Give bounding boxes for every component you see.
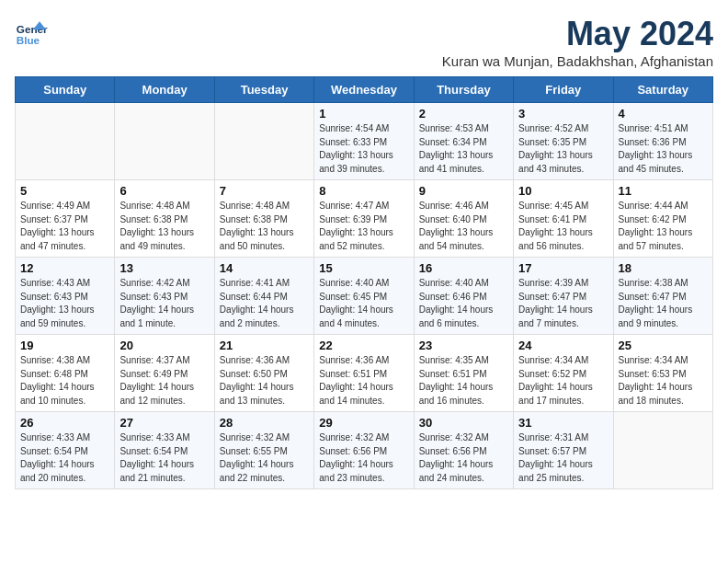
day-info: Sunrise: 4:41 AM Sunset: 6:44 PM Dayligh… [220,277,309,330]
day-info: Sunrise: 4:53 AM Sunset: 6:34 PM Dayligh… [419,122,508,176]
day-number: 18 [619,261,708,275]
day-number: 10 [518,184,608,198]
calendar-cell: 16Sunrise: 4:40 AM Sunset: 6:46 PM Dayli… [414,258,513,335]
calendar-cell: 21Sunrise: 4:36 AM Sunset: 6:50 PM Dayli… [214,335,313,412]
day-number: 15 [319,261,408,275]
day-number: 30 [419,416,508,430]
day-number: 31 [518,416,608,430]
calendar-cell: 4Sunrise: 4:51 AM Sunset: 6:36 PM Daylig… [613,103,712,180]
day-info: Sunrise: 4:48 AM Sunset: 6:38 PM Dayligh… [220,200,309,253]
day-number: 9 [419,184,508,198]
day-info: Sunrise: 4:48 AM Sunset: 6:38 PM Dayligh… [119,200,209,253]
calendar-cell: 5Sunrise: 4:49 AM Sunset: 6:37 PM Daylig… [16,180,115,258]
day-info: Sunrise: 4:43 AM Sunset: 6:43 PM Dayligh… [20,277,109,330]
day-number: 13 [119,261,209,275]
day-number: 16 [419,261,508,275]
day-info: Sunrise: 4:31 AM Sunset: 6:57 PM Dayligh… [518,431,608,485]
day-number: 22 [319,339,408,352]
calendar-cell: 22Sunrise: 4:36 AM Sunset: 6:51 PM Dayli… [314,335,414,412]
calendar-cell [613,412,712,489]
calendar-week-2: 5Sunrise: 4:49 AM Sunset: 6:37 PM Daylig… [16,180,713,258]
day-info: Sunrise: 4:32 AM Sunset: 6:56 PM Dayligh… [419,431,508,485]
calendar-cell: 27Sunrise: 4:33 AM Sunset: 6:54 PM Dayli… [115,412,214,489]
calendar-cell: 12Sunrise: 4:43 AM Sunset: 6:43 PM Dayli… [16,258,115,335]
day-number: 12 [20,261,109,275]
day-number: 19 [20,339,109,352]
day-number: 14 [220,261,309,275]
weekday-header-row: SundayMondayTuesdayWednesdayThursdayFrid… [16,77,713,103]
calendar-cell: 19Sunrise: 4:38 AM Sunset: 6:48 PM Dayli… [16,335,115,412]
calendar-cell: 25Sunrise: 4:34 AM Sunset: 6:53 PM Dayli… [613,335,712,412]
day-info: Sunrise: 4:38 AM Sunset: 6:47 PM Dayligh… [619,277,708,330]
calendar-cell: 2Sunrise: 4:53 AM Sunset: 6:34 PM Daylig… [414,103,513,180]
calendar-week-3: 12Sunrise: 4:43 AM Sunset: 6:43 PM Dayli… [16,258,713,335]
page-header: General Blue May 2024 Kuran wa Munjan, B… [15,15,713,69]
svg-text:Blue: Blue [17,34,40,46]
weekday-header-wednesday: Wednesday [314,77,414,103]
day-info: Sunrise: 4:49 AM Sunset: 6:37 PM Dayligh… [20,200,109,253]
day-info: Sunrise: 4:38 AM Sunset: 6:48 PM Dayligh… [20,354,109,408]
day-info: Sunrise: 4:51 AM Sunset: 6:36 PM Dayligh… [619,122,708,176]
calendar-cell: 29Sunrise: 4:32 AM Sunset: 6:56 PM Dayli… [314,412,414,489]
day-number: 11 [619,184,708,198]
day-number: 28 [220,416,309,430]
day-number: 7 [220,184,309,198]
calendar-cell [115,103,214,180]
day-number: 25 [619,339,708,352]
calendar-cell: 3Sunrise: 4:52 AM Sunset: 6:35 PM Daylig… [514,103,613,180]
day-info: Sunrise: 4:40 AM Sunset: 6:45 PM Dayligh… [319,277,408,330]
calendar-cell: 31Sunrise: 4:31 AM Sunset: 6:57 PM Dayli… [514,412,613,489]
day-number: 29 [319,416,408,430]
calendar-table: SundayMondayTuesdayWednesdayThursdayFrid… [15,76,713,489]
day-number: 5 [20,184,109,198]
day-number: 27 [119,416,209,430]
calendar-week-4: 19Sunrise: 4:38 AM Sunset: 6:48 PM Dayli… [16,335,713,412]
calendar-week-5: 26Sunrise: 4:33 AM Sunset: 6:54 PM Dayli… [16,412,713,489]
main-title: May 2024 [442,15,713,53]
day-info: Sunrise: 4:47 AM Sunset: 6:39 PM Dayligh… [319,200,408,253]
calendar-cell: 13Sunrise: 4:42 AM Sunset: 6:43 PM Dayli… [115,258,214,335]
day-number: 2 [419,107,508,121]
day-info: Sunrise: 4:45 AM Sunset: 6:41 PM Dayligh… [518,200,608,253]
day-info: Sunrise: 4:33 AM Sunset: 6:54 PM Dayligh… [20,431,109,485]
logo-icon: General Blue [15,15,48,48]
day-number: 1 [319,107,408,121]
calendar-cell: 7Sunrise: 4:48 AM Sunset: 6:38 PM Daylig… [214,180,313,258]
title-block: May 2024 Kuran wa Munjan, Badakhshan, Af… [442,15,713,69]
weekday-header-saturday: Saturday [613,77,712,103]
calendar-cell: 20Sunrise: 4:37 AM Sunset: 6:49 PM Dayli… [115,335,214,412]
calendar-cell: 10Sunrise: 4:45 AM Sunset: 6:41 PM Dayli… [514,180,613,258]
day-number: 20 [119,339,209,352]
day-info: Sunrise: 4:52 AM Sunset: 6:35 PM Dayligh… [518,122,608,176]
day-number: 23 [419,339,508,352]
subtitle: Kuran wa Munjan, Badakhshan, Afghanistan [442,53,713,69]
day-info: Sunrise: 4:36 AM Sunset: 6:51 PM Dayligh… [319,354,408,408]
calendar-cell: 18Sunrise: 4:38 AM Sunset: 6:47 PM Dayli… [613,258,712,335]
day-info: Sunrise: 4:39 AM Sunset: 6:47 PM Dayligh… [518,277,608,330]
calendar-cell [214,103,313,180]
calendar-cell: 8Sunrise: 4:47 AM Sunset: 6:39 PM Daylig… [314,180,414,258]
calendar-cell: 24Sunrise: 4:34 AM Sunset: 6:52 PM Dayli… [514,335,613,412]
day-info: Sunrise: 4:35 AM Sunset: 6:51 PM Dayligh… [419,354,508,408]
day-info: Sunrise: 4:34 AM Sunset: 6:53 PM Dayligh… [619,354,708,408]
calendar-cell: 11Sunrise: 4:44 AM Sunset: 6:42 PM Dayli… [613,180,712,258]
calendar-cell: 15Sunrise: 4:40 AM Sunset: 6:45 PM Dayli… [314,258,414,335]
calendar-cell: 1Sunrise: 4:54 AM Sunset: 6:33 PM Daylig… [314,103,414,180]
day-info: Sunrise: 4:40 AM Sunset: 6:46 PM Dayligh… [419,277,508,330]
day-info: Sunrise: 4:44 AM Sunset: 6:42 PM Dayligh… [619,200,708,253]
weekday-header-friday: Friday [514,77,613,103]
weekday-header-sunday: Sunday [16,77,115,103]
day-info: Sunrise: 4:54 AM Sunset: 6:33 PM Dayligh… [319,122,408,176]
day-number: 3 [518,107,608,121]
calendar-cell: 23Sunrise: 4:35 AM Sunset: 6:51 PM Dayli… [414,335,513,412]
day-number: 17 [518,261,608,275]
day-info: Sunrise: 4:36 AM Sunset: 6:50 PM Dayligh… [220,354,309,408]
calendar-week-1: 1Sunrise: 4:54 AM Sunset: 6:33 PM Daylig… [16,103,713,180]
day-number: 24 [518,339,608,352]
day-info: Sunrise: 4:37 AM Sunset: 6:49 PM Dayligh… [119,354,209,408]
calendar-cell: 26Sunrise: 4:33 AM Sunset: 6:54 PM Dayli… [16,412,115,489]
day-info: Sunrise: 4:46 AM Sunset: 6:40 PM Dayligh… [419,200,508,253]
day-number: 21 [220,339,309,352]
day-info: Sunrise: 4:33 AM Sunset: 6:54 PM Dayligh… [119,431,209,485]
calendar-cell [16,103,115,180]
